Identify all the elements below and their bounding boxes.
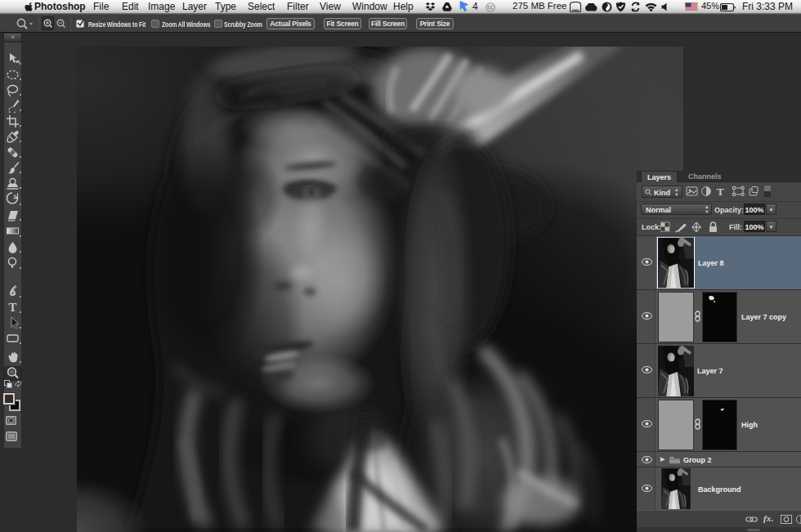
- svg-text:T: T: [9, 301, 17, 314]
- svg-text:T: T: [717, 186, 724, 198]
